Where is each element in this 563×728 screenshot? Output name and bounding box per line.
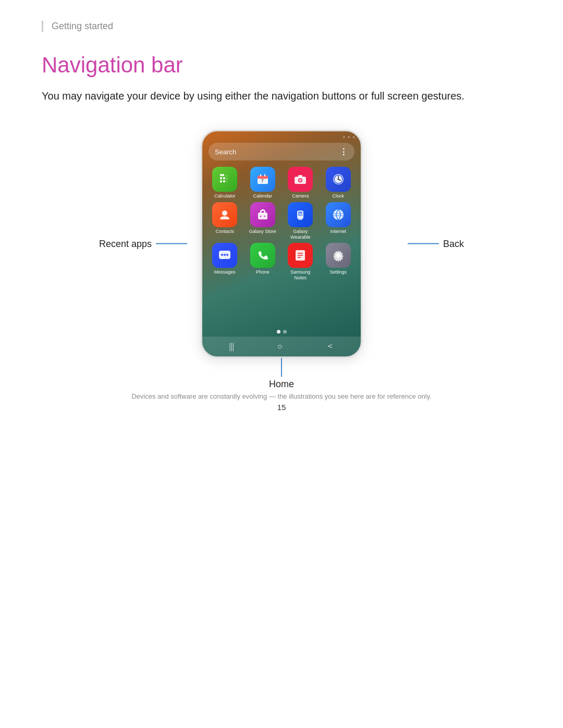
galaxystore-icon [250, 202, 275, 227]
search-menu-icon[interactable]: ⋮ [339, 147, 348, 157]
contacts-icon [212, 202, 237, 227]
calculator-label: Calculator [214, 193, 236, 199]
app-contacts[interactable]: Contacts [207, 202, 242, 240]
recent-apps-label-group: Recent apps [99, 238, 187, 249]
app-settings[interactable]: Settings [321, 243, 356, 281]
status-bar: ▪ ▪ ▪ [202, 131, 361, 141]
svg-point-35 [224, 254, 226, 256]
messages-label: Messages [214, 269, 236, 275]
phone-nav-bar: ||| ○ ＜ [202, 337, 361, 356]
svg-rect-3 [220, 180, 222, 182]
dot-active [277, 330, 280, 334]
svg-text:W: W [299, 212, 302, 216]
calculator-icon: ÷ × − [212, 167, 237, 192]
svg-rect-0 [220, 174, 224, 176]
calendar-label: Calendar [253, 193, 272, 199]
svg-rect-1 [220, 177, 222, 179]
breadcrumb-text: Getting started [52, 21, 113, 31]
camera-label: Camera [292, 193, 309, 199]
app-camera[interactable]: Camera [283, 167, 318, 199]
phone-label: Phone [256, 269, 270, 275]
settings-icon [326, 243, 351, 268]
wearable-label: GalaxyWearable [290, 229, 310, 240]
status-icons: ▪ ▪ ▪ [343, 134, 356, 140]
svg-text:−: − [226, 180, 228, 184]
app-internet[interactable]: Internet [321, 202, 356, 240]
page-title: Navigation bar [42, 53, 521, 78]
settings-label: Settings [329, 269, 347, 275]
page-description: You may navigate your device by using ei… [42, 88, 490, 104]
app-calculator[interactable]: ÷ × − Calculator [207, 167, 242, 199]
svg-rect-4 [223, 180, 225, 182]
home-label: Home [269, 379, 294, 390]
svg-point-34 [221, 254, 223, 256]
svg-point-36 [226, 254, 228, 256]
contacts-label: Contacts [215, 229, 234, 235]
app-phone[interactable]: Phone [246, 243, 280, 281]
clock-label: Clock [332, 193, 344, 199]
app-messages[interactable]: Messages [207, 243, 242, 281]
back-label-group: Back [408, 238, 464, 249]
clock-icon [326, 167, 351, 192]
recent-apps-arrow [156, 243, 187, 244]
internet-icon [326, 202, 351, 227]
svg-point-24 [260, 215, 261, 217]
galaxystore-label: Galaxy Store [249, 229, 276, 235]
phone-labels-row: Recent apps ▪ ▪ ▪ Search ⋮ [99, 130, 464, 358]
svg-point-25 [264, 215, 265, 217]
camera-icon [288, 167, 313, 192]
app-calendar[interactable]: 7 Calendar [246, 167, 280, 199]
page-container: Getting started Navigation bar You may n… [0, 0, 563, 421]
app-notes[interactable]: SamsungNotes [283, 243, 318, 281]
phone-mockup: ▪ ▪ ▪ Search ⋮ [201, 130, 362, 358]
breadcrumb: Getting started [42, 21, 521, 32]
svg-rect-16 [298, 175, 302, 177]
svg-rect-29 [298, 219, 302, 220]
svg-point-22 [222, 211, 227, 216]
dot-inactive [283, 330, 287, 334]
svg-point-15 [299, 179, 301, 181]
svg-point-30 [333, 209, 344, 220]
page-dots [202, 327, 361, 337]
notes-label: SamsungNotes [290, 269, 310, 281]
home-arrow-line [281, 358, 282, 377]
calendar-icon: 7 [250, 167, 275, 192]
phone-icon [250, 243, 275, 268]
page-number: 15 [0, 403, 563, 412]
search-bar[interactable]: Search ⋮ [209, 143, 354, 161]
svg-rect-11 [260, 174, 261, 177]
app-clock[interactable]: Clock [321, 167, 356, 199]
notes-icon [288, 243, 313, 268]
phone-diagram: Recent apps ▪ ▪ ▪ Search ⋮ [99, 130, 464, 390]
phone-spacer [202, 285, 361, 327]
recent-apps-label: Recent apps [99, 238, 152, 249]
recent-apps-button[interactable]: ||| [229, 342, 234, 351]
internet-label: Internet [330, 229, 346, 235]
svg-text:7: 7 [261, 178, 264, 183]
svg-rect-2 [223, 177, 225, 179]
messages-icon [212, 243, 237, 268]
svg-point-21 [338, 179, 339, 180]
wearable-icon: W [288, 202, 313, 227]
svg-rect-12 [264, 174, 265, 177]
apps-grid: ÷ × − Calculator 7 [202, 165, 361, 285]
app-wearable[interactable]: W GalaxyWearable [283, 202, 318, 240]
back-arrow [408, 243, 439, 244]
home-label-area: Home [269, 358, 294, 390]
svg-rect-23 [258, 213, 267, 219]
app-galaxystore[interactable]: Galaxy Store [246, 202, 280, 240]
back-label: Back [443, 238, 464, 249]
search-label: Search [215, 148, 236, 156]
footer-note: Devices and software are constantly evol… [0, 392, 563, 400]
home-button[interactable]: ○ [277, 342, 283, 351]
back-button[interactable]: ＜ [326, 341, 334, 352]
